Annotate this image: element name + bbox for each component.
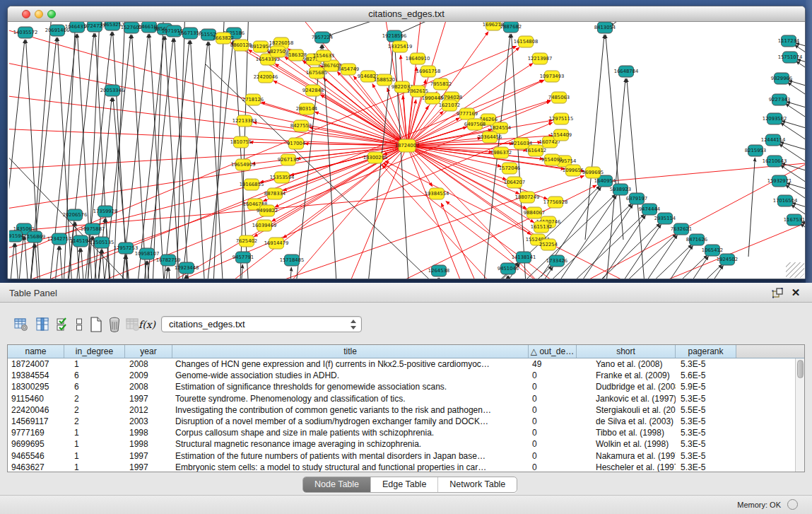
table-settings-icon[interactable] xyxy=(13,315,30,334)
table-cell[interactable]: 0 xyxy=(529,393,577,404)
table-cell[interactable]: 9699695 xyxy=(8,438,64,450)
table-cell[interactable]: 0 xyxy=(529,438,577,450)
close-panel-icon[interactable]: ✕ xyxy=(789,287,802,298)
table-cell[interactable]: 6 xyxy=(64,370,125,381)
table-cell[interactable]: 6 xyxy=(64,381,125,392)
table-cell[interactable]: 5.3E-5 xyxy=(676,393,736,404)
table-cell[interactable]: 9465546 xyxy=(8,450,64,462)
citation-network-graph[interactable]: 1403557220691406104643109724727106532571… xyxy=(9,22,805,279)
table-cell[interactable]: 5.3E-5 xyxy=(676,416,736,427)
table-cell[interactable]: 1997 xyxy=(125,450,172,462)
network-view-window[interactable]: citations_edges.txt 14035572206914061046… xyxy=(7,6,806,279)
tab-network-table[interactable]: Network Table xyxy=(437,477,517,492)
table-cell[interactable]: Nakamura et al. (1997) xyxy=(577,450,676,462)
table-cell[interactable]: 9115460 xyxy=(8,393,64,404)
table-cell[interactable]: 18300295 xyxy=(8,381,64,392)
table-row[interactable]: 1456911722003Disruption of a novel membe… xyxy=(8,416,795,427)
column-header-title[interactable]: title xyxy=(172,345,529,358)
table-row[interactable]: 1872400712008Changes of HCN gene express… xyxy=(8,358,795,370)
table-cell[interactable]: 5.3E-5 xyxy=(676,450,736,462)
table-cell[interactable]: 1997 xyxy=(125,462,172,472)
check-selection-icon[interactable] xyxy=(54,315,71,334)
table-cell[interactable]: Stergiakouli et al. (2012) xyxy=(577,404,676,416)
table-cell[interactable]: Franke et al. (2009) xyxy=(577,370,676,381)
table-cell[interactable]: 2008 xyxy=(125,358,172,370)
table-cell[interactable]: 18724007 xyxy=(8,358,64,370)
tab-edge-table[interactable]: Edge Table xyxy=(370,477,437,492)
table-cell[interactable]: 0 xyxy=(529,370,577,381)
table-cell[interactable]: 0 xyxy=(529,381,577,392)
table-row[interactable]: 946362711997Embryonic stem cells: a mode… xyxy=(8,462,795,472)
table-cell[interactable]: Tourette syndrome. Phenomenology and cla… xyxy=(172,393,529,404)
table-cell[interactable]: de Silva et al. (2003) xyxy=(577,416,676,427)
column-header-out_de[interactable]: △ out_de… xyxy=(529,345,577,358)
table-row[interactable]: 946554611997Estimation of the future num… xyxy=(8,450,795,462)
row-merge-icon[interactable] xyxy=(71,315,88,334)
table-selector-dropdown[interactable]: citations_edges.txt xyxy=(161,316,362,332)
network-window-titlebar[interactable]: citations_edges.txt xyxy=(8,6,805,22)
table-cell[interactable]: Embryonic stem cells: a model to study s… xyxy=(172,462,529,472)
table-cell[interactable]: 22420046 xyxy=(8,404,64,416)
table-cell[interactable]: Wolkin et al. (1998) xyxy=(577,438,676,450)
table-cell[interactable]: 14569117 xyxy=(8,416,64,427)
table-cell[interactable]: Investigating the contribution of common… xyxy=(172,404,529,416)
table-cell[interactable]: 1 xyxy=(64,462,125,472)
table-cell[interactable]: Tibbo et al. (1998) xyxy=(577,427,676,438)
column-header-name[interactable]: name xyxy=(8,345,64,358)
table-cell[interactable]: 2 xyxy=(64,404,125,416)
table-cell[interactable]: 1998 xyxy=(125,438,172,450)
table-cell[interactable]: 2009 xyxy=(125,370,172,381)
table-cell[interactable]: 0 xyxy=(529,462,577,472)
table-cell[interactable]: 19384554 xyxy=(8,370,64,381)
table-cell[interactable]: 0 xyxy=(529,450,577,462)
canvas-resize-grip[interactable] xyxy=(786,262,804,278)
table-cell[interactable]: 1 xyxy=(64,438,125,450)
table-cell[interactable]: Corpus callosum shape and size in male p… xyxy=(172,427,529,438)
column-header-in_degree[interactable]: in_degree xyxy=(64,345,125,358)
tab-node-table[interactable]: Node Table xyxy=(303,477,370,492)
table-cell[interactable]: Yano et al. (2008) xyxy=(577,358,676,370)
table-cell[interactable]: 1 xyxy=(64,358,125,370)
table-row[interactable]: 1830029562008Estimation of significance … xyxy=(8,381,795,392)
table-row[interactable]: 969969511998Structural magnetic resonanc… xyxy=(8,438,795,450)
table-cell[interactable]: 5.9E-5 xyxy=(676,381,736,392)
scrollbar-thumb[interactable] xyxy=(797,360,804,378)
table-cell[interactable]: 5.3E-5 xyxy=(676,438,736,450)
float-panel-icon[interactable] xyxy=(771,287,784,298)
new-document-icon[interactable] xyxy=(88,315,105,334)
table-cell[interactable]: Dudbridge et al. (2008) xyxy=(577,381,676,392)
table-cell[interactable]: 5.6E-5 xyxy=(676,370,736,381)
table-cell[interactable]: Changes of HCN gene expression and I(f) … xyxy=(172,358,529,370)
table-cell[interactable]: 49 xyxy=(529,358,577,370)
table-cell[interactable]: 2 xyxy=(64,416,125,427)
table-cell[interactable]: Genome-wide association studies in ADHD. xyxy=(172,370,529,381)
select-column-icon[interactable] xyxy=(34,315,51,334)
table-vertical-scrollbar[interactable] xyxy=(795,358,804,472)
table-cell[interactable]: Estimation of the future numbers of pati… xyxy=(172,450,529,462)
column-header-year[interactable]: year xyxy=(125,345,172,358)
table-cell[interactable]: 5.5E-5 xyxy=(676,404,736,416)
delete-icon[interactable] xyxy=(106,315,123,334)
column-header-pagerank[interactable]: pagerank xyxy=(676,345,736,358)
table-row[interactable]: 911546021997Tourette syndrome. Phenomeno… xyxy=(8,393,795,404)
table-cell[interactable]: 1997 xyxy=(125,393,172,404)
table-cell[interactable]: 1998 xyxy=(125,427,172,438)
table-cell[interactable]: 0 xyxy=(529,404,577,416)
table-cell[interactable]: 5.3E-5 xyxy=(676,358,736,370)
table-cell[interactable]: 9777169 xyxy=(8,427,64,438)
function-builder-icon[interactable]: f(x) xyxy=(139,315,155,334)
table-cell[interactable]: 5.3E-5 xyxy=(676,462,736,472)
table-row[interactable]: 1938455462009Genome-wide association stu… xyxy=(8,370,795,381)
column-header-short[interactable]: short xyxy=(577,345,676,358)
table-cell[interactable]: 0 xyxy=(529,427,577,438)
table-cell[interactable]: 2012 xyxy=(125,404,172,416)
table-row[interactable]: 977716911998Corpus callosum shape and si… xyxy=(8,427,795,438)
table-cell[interactable]: 2008 xyxy=(125,381,172,392)
table-cell[interactable]: Jankovic et al. (1997) xyxy=(577,393,676,404)
table-cell[interactable]: 1 xyxy=(64,450,125,462)
table-cell[interactable]: Disruption of a novel member of a sodium… xyxy=(172,416,529,427)
table-cell[interactable]: 2003 xyxy=(125,416,172,427)
table-cell[interactable]: 0 xyxy=(529,416,577,427)
table-cell[interactable]: 5.3E-5 xyxy=(676,427,736,438)
table-cell[interactable]: Estimation of significance thresholds fo… xyxy=(172,381,529,392)
